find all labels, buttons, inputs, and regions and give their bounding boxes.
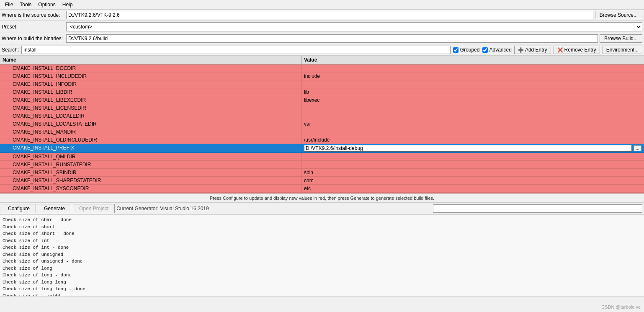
log-line: Check size of long - done — [3, 272, 641, 279]
name-cell: CMAKE_INSTALL_OLDINCLUDEDIR — [0, 136, 301, 144]
browse-source-button[interactable]: Browse Source... — [595, 11, 642, 19]
table-row[interactable]: CMAKE_INSTALL_LIBDIRlib — [0, 88, 644, 96]
log-line: Check size of long long - done — [3, 286, 641, 293]
value-cell: /usr/include — [301, 136, 644, 144]
value-cell — [301, 128, 644, 136]
table-row[interactable]: CMAKE_INSTALL_INFODIR — [0, 80, 644, 88]
search-row: Search: Grouped Advanced ➕ Add Entry ❌ R… — [0, 44, 644, 56]
preset-label: Preset: — [2, 24, 64, 30]
log-line: Check size of short — [3, 224, 641, 231]
remove-entry-button[interactable]: ❌ Remove Entry — [554, 46, 600, 54]
preset-select[interactable]: <custom> — [66, 22, 642, 31]
log-line: Check size of long — [3, 265, 641, 272]
menu-file[interactable]: File — [2, 1, 16, 8]
value-cell — [301, 80, 644, 88]
value-cell: lib — [301, 88, 644, 96]
log-line: Check size of unsigned - done — [3, 258, 641, 265]
browse-build-button[interactable]: Browse Build... — [600, 34, 642, 43]
table-row[interactable]: CMAKE_INSTALL_RUNSTATEDIR — [0, 161, 644, 169]
configure-button[interactable]: Configure — [2, 204, 36, 213]
table-row[interactable]: CMAKE_INSTALL_MANDIR — [0, 128, 644, 136]
log-line: Check size of unsigned — [3, 251, 641, 258]
grouped-checkbox-group: Grouped — [453, 47, 480, 53]
bottom-toolbar: Configure Generate Open Project Current … — [0, 203, 644, 215]
advanced-label: Advanced — [489, 47, 512, 53]
table-row[interactable]: CMAKE_INSTALL_LOCALSTATEDIRvar — [0, 120, 644, 128]
value-cell: var — [301, 120, 644, 128]
menu-tools[interactable]: Tools — [16, 1, 35, 8]
name-cell: CMAKE_INSTALL_LIBDIR — [0, 88, 301, 96]
table-row[interactable]: CMAKE_INSTALL_LOCALEDIR — [0, 112, 644, 120]
grouped-checkbox[interactable] — [453, 47, 459, 53]
log-line: Check size of short - done — [3, 230, 641, 237]
log-area: Check size of char - doneCheck size of s… — [0, 215, 644, 297]
build-row: Where to build the binaries: Browse Buil… — [0, 33, 644, 44]
name-cell: CMAKE_INSTALL_INCLUDEDIR — [0, 72, 301, 80]
build-label: Where to build the binaries: — [2, 36, 64, 41]
value-input[interactable] — [304, 145, 632, 152]
log-line: Check size of int — [3, 237, 641, 245]
menu-options[interactable]: Options — [35, 1, 59, 8]
value-cell — [301, 112, 644, 120]
name-column-header: Name — [0, 56, 301, 64]
preset-row: Preset: <custom> — [0, 21, 644, 33]
value-cell: include — [301, 72, 644, 80]
name-cell: CMAKE_INSTALL_LOCALSTATEDIR — [0, 120, 301, 128]
generate-button[interactable]: Generate — [38, 204, 71, 213]
table-row[interactable]: CMAKE_INSTALL_PREFIX... — [0, 144, 644, 153]
add-entry-button[interactable]: ➕ Add Entry — [514, 46, 551, 54]
menu-bar: File Tools Options Help — [0, 0, 644, 10]
generator-label: Current Generator: Visual Studio 16 2019 — [116, 206, 431, 211]
search-label: Search: — [2, 47, 19, 53]
progress-bar — [433, 204, 642, 213]
source-row: Where is the source code: Browse Source.… — [0, 10, 644, 21]
build-input[interactable] — [66, 34, 598, 43]
value-cell: sbin — [301, 169, 644, 176]
name-cell: CMAKE_INSTALL_SYSCONFDIR — [0, 185, 301, 192]
value-cell: etc — [301, 185, 644, 192]
table-row[interactable]: CMAKE_INSTALL_INCLUDEDIRinclude — [0, 72, 644, 80]
log-line: Check size of __int64 — [3, 293, 641, 297]
name-cell: CMAKE_INSTALL_LICENSEDIR — [0, 104, 301, 112]
table-row[interactable]: CMAKE_INSTALL_LIBEXECDIRlibexec — [0, 96, 644, 104]
value-cell: libexec — [301, 96, 644, 104]
name-cell: CMAKE_INSTALL_SHAREDSTATEDIR — [0, 177, 301, 184]
value-cell: ... — [301, 144, 644, 152]
table-row[interactable]: CMAKE_INSTALL_OLDINCLUDEDIR/usr/include — [0, 136, 644, 144]
advanced-checkbox-group: Advanced — [482, 47, 512, 53]
source-input[interactable] — [66, 11, 593, 19]
ellipsis-button[interactable]: ... — [634, 145, 641, 151]
log-line: Check size of long long — [3, 279, 641, 286]
table-row[interactable]: CMAKE_INSTALL_LICENSEDIR — [0, 104, 644, 112]
table-header: Name Value — [0, 56, 644, 64]
log-line: Check size of char - done — [3, 217, 641, 224]
value-column-header: Value — [301, 56, 644, 64]
menu-help[interactable]: Help — [59, 1, 76, 8]
open-project-button[interactable]: Open Project — [73, 204, 115, 213]
environment-button[interactable]: Environment... — [603, 46, 642, 54]
table-row[interactable]: CMAKE_INSTALL_DOCDIR — [0, 64, 644, 72]
source-label: Where is the source code: — [2, 12, 64, 18]
search-input[interactable] — [21, 46, 450, 54]
name-cell: CMAKE_INSTALL_INFODIR — [0, 80, 301, 88]
name-cell: CMAKE_INSTALL_QMLDIR — [0, 153, 301, 160]
grouped-label: Grouped — [460, 47, 480, 53]
name-cell: CMAKE_INSTALL_SBINDIR — [0, 169, 301, 176]
value-cell — [301, 161, 644, 168]
advanced-checkbox[interactable] — [482, 47, 488, 53]
cmake-table: Name Value CMAKE_INSTALL_DOCDIRCMAKE_INS… — [0, 56, 644, 194]
add-entry-label: Add Entry — [525, 47, 547, 53]
table-row[interactable]: CMAKE_INSTALL_QMLDIR — [0, 153, 644, 161]
value-cell — [301, 64, 644, 72]
table-row[interactable]: CMAKE_INSTALL_SYSCONFDIRetc — [0, 185, 644, 193]
name-cell: CMAKE_INSTALL_LOCALEDIR — [0, 112, 301, 120]
name-cell: CMAKE_INSTALL_PREFIX — [0, 144, 301, 152]
name-cell: CMAKE_INSTALL_DOCDIR — [0, 64, 301, 72]
table-row[interactable]: CMAKE_INSTALL_SHAREDSTATEDIRcom — [0, 177, 644, 185]
table-row[interactable]: CMAKE_INSTALL_SBINDIRsbin — [0, 169, 644, 177]
plus-icon: ➕ — [518, 47, 524, 53]
name-cell: CMAKE_INSTALL_RUNSTATEDIR — [0, 161, 301, 168]
value-cell: com — [301, 177, 644, 184]
value-cell — [301, 153, 644, 160]
value-cell — [301, 104, 644, 112]
